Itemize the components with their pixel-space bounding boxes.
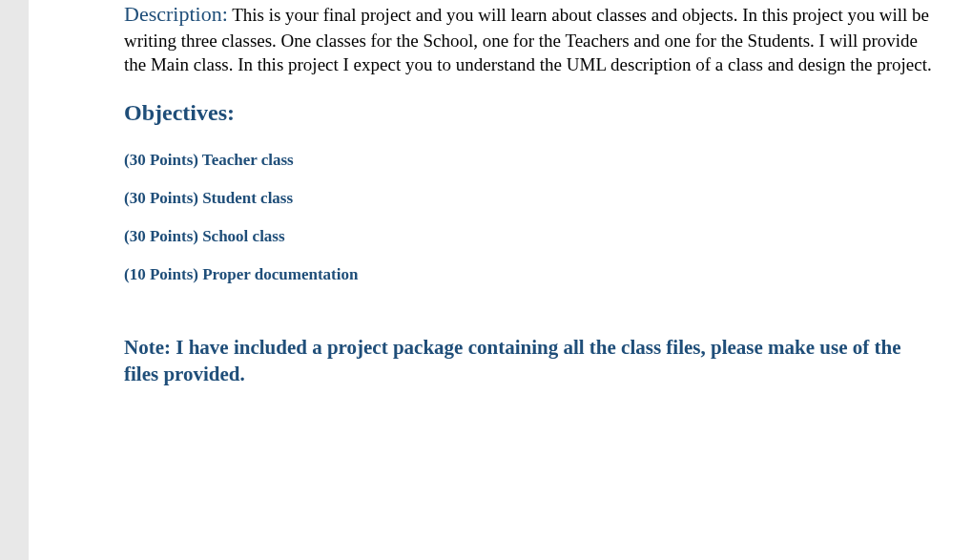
objective-item: (10 Points) Proper documentation <box>124 265 934 284</box>
description-text: This is your final project and you will … <box>124 5 932 74</box>
description-paragraph: Description: This is your final project … <box>124 0 934 77</box>
objective-item: (30 Points) Teacher class <box>124 151 934 170</box>
description-label: Description: <box>124 2 228 26</box>
document-page: Description: This is your final project … <box>29 0 972 560</box>
note-paragraph: Note: I have included a project package … <box>124 334 934 388</box>
objective-item: (30 Points) School class <box>124 227 934 246</box>
objective-item: (30 Points) Student class <box>124 189 934 208</box>
objectives-heading: Objectives: <box>124 100 934 126</box>
